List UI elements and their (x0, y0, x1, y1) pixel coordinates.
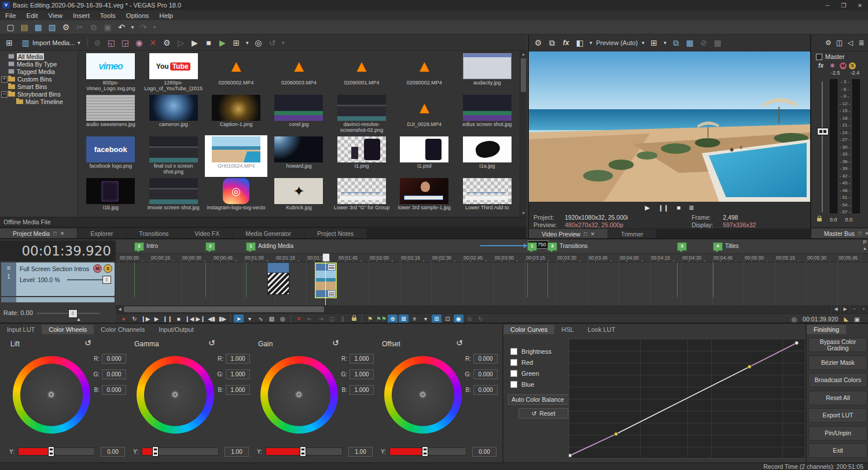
track-level-handle[interactable]: ▯ (102, 276, 111, 284)
timeline-marker[interactable]: 2Intro (134, 242, 158, 251)
reset-all-button[interactable]: Reset All (808, 391, 867, 405)
split-screen-icon[interactable]: ◧ (574, 37, 586, 49)
checkbox-green[interactable] (510, 370, 517, 377)
import-media-caret-icon[interactable]: ▾ (76, 37, 82, 49)
media-item[interactable]: imovie screen shot.jpg (142, 177, 204, 217)
y-slider-handle[interactable] (48, 446, 54, 457)
media-grid-scrollbar[interactable]: ▲ ▼ (520, 51, 527, 217)
wheel-center-handle[interactable] (47, 391, 55, 398)
zoom-in-icon[interactable]: + (859, 305, 868, 313)
bin-main-timeline[interactable]: Main Timeline (0, 98, 78, 105)
media-item[interactable]: ✦Kubrick.jpg (267, 177, 330, 217)
undo-caret-icon[interactable]: ▾ (130, 21, 135, 33)
marker-flag-icon[interactable]: 2 (205, 242, 215, 251)
curve-point[interactable] (748, 365, 751, 368)
offset-b-value[interactable]: 0.000 (473, 385, 498, 395)
media-properties-icon[interactable]: ⚙ (161, 37, 172, 49)
media-item[interactable]: ▲DJI_0029.MP4 (393, 94, 455, 135)
track-content[interactable] (116, 262, 868, 306)
timeline-marker[interactable]: 2 (205, 242, 215, 251)
lift-b-value[interactable]: 0.000 (102, 385, 126, 395)
preview-quality-label[interactable]: Preview (Auto) (596, 39, 638, 46)
tab-master-bus[interactable]: Master Bus□✕ (811, 228, 868, 238)
menu-tools[interactable]: Tools (95, 12, 121, 19)
menu-edit[interactable]: Edit (21, 12, 43, 19)
timecode-display[interactable]: 00:01:39.920 (0, 240, 116, 261)
checkbox-brightness[interactable] (510, 348, 517, 355)
preview-toggle-icon[interactable]: ▷ (175, 37, 186, 49)
media-item[interactable]: Lower Third Add to (456, 177, 518, 217)
gain-b-value[interactable]: 1.000 (350, 385, 374, 395)
marker-flag-icon[interactable]: 1 (527, 242, 537, 251)
wheel-center-handle[interactable] (171, 391, 179, 398)
y-slider-track[interactable] (389, 447, 466, 456)
tab-explorer[interactable]: Explorer (78, 228, 126, 238)
y-slider-handle[interactable] (300, 446, 306, 457)
grid-overlay-icon[interactable]: ⊞ (648, 37, 660, 49)
cut-icon[interactable]: ✂ (74, 21, 86, 33)
loop-region-icon[interactable]: ▣ (854, 316, 860, 323)
scrollbar-thumb[interactable] (124, 306, 324, 312)
project-properties-icon[interactable]: ⚙ (60, 21, 72, 33)
wheel-reset-icon[interactable]: ↺ (332, 338, 339, 347)
close-tab-icon[interactable]: ✕ (865, 231, 868, 236)
timeline-marker[interactable]: 3Transitions (547, 242, 588, 251)
checkbox-blue[interactable] (510, 381, 517, 388)
external-monitor-icon[interactable]: ⧉ (546, 37, 558, 49)
views-icon[interactable]: ⊞ (230, 37, 242, 49)
get-media-from-web-icon[interactable]: ◉ (133, 37, 145, 49)
downmix-output-icon[interactable]: ◫ (834, 37, 844, 49)
y-slider-handle[interactable] (422, 446, 428, 457)
paste-icon[interactable]: ▣ (102, 21, 113, 33)
media-undo-icon[interactable]: ↺ (266, 37, 278, 49)
tab-media-generator[interactable]: Media Generator (233, 228, 304, 238)
redo-caret-icon[interactable]: ▾ (152, 21, 157, 33)
track-grip[interactable]: ≡ 1 (1, 262, 16, 296)
master-settings-icon[interactable]: ⚙ (823, 37, 833, 49)
tab-trimmer[interactable]: Trimmer (608, 229, 656, 239)
scroll-up-icon[interactable]: ▲ (520, 51, 527, 58)
tab-video-fx[interactable]: Video FX (182, 228, 232, 238)
timeline-marker[interactable]: 4Titles (713, 242, 739, 251)
bypass-color-grading-button[interactable]: Bypass Color Grading (808, 338, 867, 352)
preview-stop-icon[interactable]: ■ (677, 204, 681, 211)
scrollbar-thumb[interactable] (521, 58, 526, 92)
offline-media-icon[interactable]: ⊘ (91, 37, 103, 49)
curve-point[interactable] (569, 454, 572, 457)
media-item[interactable]: audio sweeteners.jpg (79, 94, 142, 135)
media-item[interactable]: I1b.jpg (79, 177, 142, 217)
import-media-button[interactable]: ▥ Import Media... ▾ (16, 37, 85, 49)
curve-point[interactable] (795, 341, 799, 345)
selected-timeline-event[interactable] (315, 262, 337, 298)
timeline-event[interactable] (267, 262, 289, 295)
scroll-right-icon[interactable]: ▶ (840, 305, 849, 313)
gain-r-value[interactable]: 1.000 (350, 354, 374, 364)
event-fx-icon[interactable] (328, 264, 335, 270)
remove-media-icon[interactable]: ✕ (147, 37, 159, 49)
preview-pause-icon[interactable]: ❙❙ (658, 204, 668, 212)
color-wheel-lift[interactable] (13, 356, 90, 434)
preview-play-icon[interactable]: ▶ (645, 204, 650, 212)
scan-media-icon[interactable]: ◲ (119, 37, 131, 49)
track-solo-button[interactable]: S (104, 264, 112, 273)
render-as-icon[interactable]: ▧ (46, 21, 58, 33)
mixer-faders-icon[interactable]: ≣ (856, 37, 866, 49)
undo-icon[interactable]: ↶ (116, 21, 127, 33)
export-lut-button[interactable]: Export LUT (808, 408, 867, 423)
video-track-header[interactable]: ≡ 1 Full Screen Section Intros M S Level… (1, 262, 115, 296)
copy-snapshot-icon[interactable]: ⧉ (670, 37, 682, 49)
new-project-icon[interactable]: ▢ (5, 21, 16, 33)
tree-expander-icon[interactable]: − (1, 91, 8, 98)
maximize-button[interactable]: ❐ (836, 2, 852, 9)
scroll-left-icon[interactable]: ◀ (831, 305, 840, 313)
media-item[interactable]: GH010624.MP4 (205, 135, 267, 177)
timeline-marker[interactable]: 1 (527, 242, 537, 251)
tab-color-channels[interactable]: Color Channels (94, 325, 152, 334)
marker-lane[interactable]: +8.750 P ▲ 2Intro21Adding Media13Transit… (116, 239, 868, 253)
lift-y-value[interactable]: 0.00 (101, 447, 125, 457)
bin-all-media[interactable]: All Media (0, 53, 78, 60)
media-item[interactable]: final cut x screen shot.png (142, 135, 204, 177)
tab-project-media[interactable]: Project Media□✕ (0, 228, 77, 238)
auto-preview-icon[interactable]: ▶ (216, 37, 228, 49)
media-item[interactable]: ◎instagram-logo-svg-vecto (205, 177, 267, 217)
